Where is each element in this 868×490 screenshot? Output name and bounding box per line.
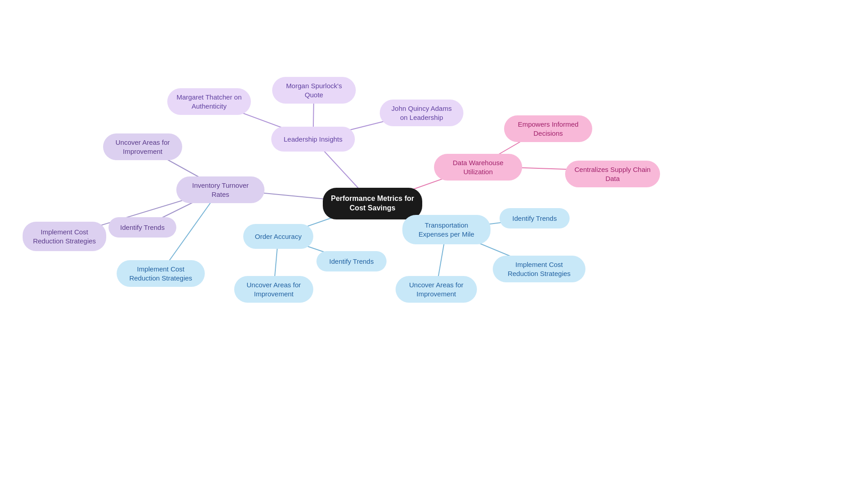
node-morgan-spurlock[interactable]: Morgan Spurlock's Quote	[272, 77, 356, 104]
node-leadership-insights[interactable]: Leadership Insights	[271, 127, 355, 152]
node-transport-expenses[interactable]: Transportation Expenses per Mile	[402, 215, 491, 244]
node-identify-order[interactable]: Identify Trends	[316, 251, 387, 271]
connection-lines	[0, 0, 868, 490]
node-uncover-transport[interactable]: Uncover Areas for Improvement	[396, 276, 477, 303]
node-identify-transport[interactable]: Identify Trends	[500, 208, 570, 228]
node-empowers-informed[interactable]: Empowers Informed Decisions	[504, 115, 592, 142]
node-implement-transport[interactable]: Implement Cost Reduction Strategies	[493, 256, 585, 282]
center-node[interactable]: Performance Metrics for Cost Savings	[323, 188, 422, 219]
mind-map-canvas: Performance Metrics for Cost SavingsLead…	[0, 0, 868, 490]
node-uncover-inv[interactable]: Uncover Areas for Improvement	[103, 133, 182, 160]
node-john-quincy-adams[interactable]: John Quincy Adams on Leadership	[380, 100, 463, 126]
node-identify-inv[interactable]: Identify Trends	[108, 217, 176, 238]
node-margaret-thatcher[interactable]: Margaret Thatcher on Authenticity	[167, 88, 251, 115]
node-centralizes-supply[interactable]: Centralizes Supply Chain Data	[565, 161, 660, 187]
node-data-warehouse[interactable]: Data Warehouse Utilization	[434, 154, 522, 181]
node-inventory-turnover[interactable]: Inventory Turnover Rates	[176, 176, 264, 203]
node-implement-inv2[interactable]: Implement Cost Reduction Strategies	[117, 260, 205, 287]
node-uncover-order[interactable]: Uncover Areas for Improvement	[234, 276, 313, 303]
node-order-accuracy[interactable]: Order Accuracy	[243, 224, 313, 249]
node-implement-inv[interactable]: Implement Cost Reduction Strategies	[23, 222, 106, 251]
